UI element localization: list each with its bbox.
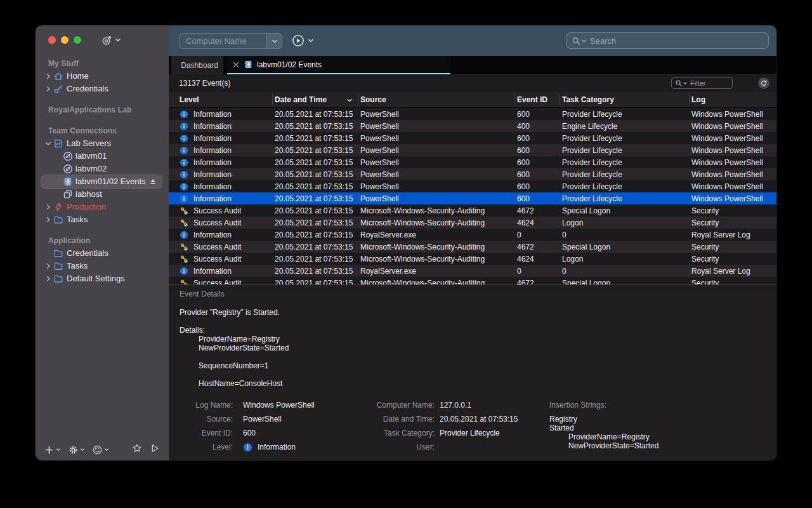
sidebar-section-team-connections: Team Connections — [36, 124, 169, 137]
settings-button[interactable] — [69, 445, 85, 455]
sidebar-item-tasks[interactable]: Tasks — [36, 213, 169, 226]
level-label: Success Audit — [193, 243, 241, 251]
table-row[interactable]: Success Audit20.05.2021 at 07:53:15Micro… — [169, 217, 776, 229]
sidebar-item-labvm01[interactable]: labvm01 — [36, 150, 169, 163]
folder-icon — [53, 261, 63, 271]
info-icon — [180, 158, 188, 167]
host-icon — [63, 189, 73, 199]
column-header-level[interactable]: Level — [169, 92, 272, 107]
table-row[interactable]: Information20.05.2021 at 07:53:15PowerSh… — [169, 180, 776, 192]
table-row[interactable]: Information20.05.2021 at 07:53:15PowerSh… — [169, 192, 776, 204]
table-row[interactable]: Information20.05.2021 at 07:53:15PowerSh… — [169, 144, 776, 156]
cell-log: Security — [689, 206, 776, 215]
sidebar-item-credentials[interactable]: Credentials — [36, 247, 169, 260]
sidebar-item-label: Credentials — [67, 83, 108, 95]
cell-date: 20.05.2021 at 07:53:15 — [272, 206, 358, 215]
cell-level: Information — [169, 146, 272, 155]
cell-event-id: 400 — [514, 122, 560, 131]
chevron-right-icon[interactable] — [44, 275, 52, 283]
chevron-right-icon[interactable] — [44, 72, 52, 80]
column-label: Source — [360, 95, 386, 104]
sidebar-item-labvm01-02-events[interactable]: labvm01/02 Events — [36, 175, 169, 188]
table-row[interactable]: Success Audit20.05.2021 at 07:53:15Micro… — [169, 204, 776, 217]
connect-menu-button[interactable] — [102, 35, 121, 46]
sidebar-item-labvm02[interactable]: labvm02 — [36, 163, 169, 175]
chevron-right-icon[interactable] — [44, 85, 52, 93]
settings-icon — [69, 445, 78, 455]
level-label: Information — [193, 146, 232, 155]
meta-label: Computer Name: — [333, 401, 435, 410]
chevron-down-icon[interactable] — [44, 140, 52, 147]
table-row[interactable]: Information20.05.2021 at 07:53:15RoyalSe… — [169, 265, 776, 277]
window-close-button[interactable] — [48, 36, 56, 44]
cell-source: Microsoft-Windows-Security-Auditing — [358, 255, 514, 264]
sync-button[interactable] — [93, 445, 109, 455]
cell-task-category: Provider Lifecycle — [560, 182, 689, 191]
eject-icon[interactable] — [148, 177, 157, 186]
chevron-down-icon — [104, 447, 109, 452]
search-input[interactable]: Search — [566, 32, 769, 49]
window-minimize-button[interactable] — [61, 36, 69, 44]
window-zoom-button[interactable] — [74, 36, 81, 44]
play-outline-icon — [150, 443, 160, 453]
column-label: Level — [180, 95, 199, 104]
sidebar-item-home[interactable]: Home — [36, 70, 169, 83]
tab-labvm01-02-events[interactable]: labvm01/02 Events — [227, 56, 450, 74]
meta-row-level: Level:Information — [180, 440, 315, 454]
sidebar-item-tasks[interactable]: Tasks — [36, 260, 169, 272]
column-header-date-and-time[interactable]: Date and Time — [272, 92, 358, 107]
cell-level: Success Audit — [169, 206, 272, 215]
table-row[interactable]: Information20.05.2021 at 07:53:15PowerSh… — [169, 120, 776, 132]
cell-level: Success Audit — [169, 255, 272, 264]
combobox-dropdown-button[interactable] — [266, 34, 282, 48]
meta-value: PowerShell — [243, 415, 282, 424]
chevron-down-icon — [683, 81, 688, 86]
chevron-down-icon — [308, 37, 314, 44]
table-row[interactable]: Success Audit20.05.2021 at 07:53:15Micro… — [169, 241, 776, 253]
level-label: Success Audit — [193, 206, 241, 215]
table-row[interactable]: Success Audit20.05.2021 at 07:53:15Micro… — [169, 277, 776, 284]
connect-button[interactable] — [292, 34, 314, 47]
sidebar-item-default-settings[interactable]: Default Settings — [36, 272, 169, 285]
meta-value: Windows PowerShell — [243, 401, 315, 410]
meta-row-computer-name: Computer Name:127.0.0.1 — [333, 398, 518, 412]
filter-input[interactable]: Filter — [671, 77, 733, 89]
star-button[interactable] — [132, 443, 142, 456]
tab-bar: Dashboardlabvm01/02 Events — [169, 56, 776, 74]
meta-row-date-and-time: Date and Time:20.05.2021 at 07:53:15 — [333, 412, 518, 426]
level-label: Success Audit — [193, 218, 241, 227]
table-row[interactable]: Information20.05.2021 at 07:53:15PowerSh… — [169, 132, 776, 144]
chevron-right-icon[interactable] — [44, 262, 52, 270]
sidebar-item-labhost[interactable]: labhost — [36, 188, 169, 201]
add-button[interactable] — [44, 445, 61, 455]
play-outline-button[interactable] — [150, 443, 160, 456]
cell-level: Information — [169, 158, 272, 167]
refresh-button[interactable] — [758, 77, 769, 89]
tab-dashboard[interactable]: Dashboard — [171, 56, 223, 74]
chevron-down-icon — [115, 37, 121, 43]
home-icon — [53, 71, 63, 81]
chevron-right-icon[interactable] — [44, 216, 52, 224]
table-row[interactable]: Success Audit20.05.2021 at 07:53:15Micro… — [169, 253, 776, 265]
close-icon[interactable] — [232, 61, 240, 69]
column-header-event-id[interactable]: Event ID — [514, 92, 560, 107]
table-row[interactable]: Information20.05.2021 at 07:53:15RoyalSe… — [169, 229, 776, 241]
cell-task-category: Provider Lifecycle — [560, 194, 689, 203]
sidebar-section-my-stuff: My Stuff — [36, 57, 169, 70]
table-row[interactable]: Information20.05.2021 at 07:53:15PowerSh… — [169, 108, 776, 120]
sidebar-item-lab-servers[interactable]: Lab Servers — [36, 137, 169, 150]
column-header-log[interactable]: Log — [689, 92, 776, 107]
column-header-source[interactable]: Source — [358, 92, 514, 107]
meta-value-text: 20.05.2021 at 07:53:15 — [440, 415, 518, 424]
chevron-down-icon — [272, 38, 278, 44]
cell-date: 20.05.2021 at 07:53:15 — [272, 255, 358, 264]
table-row[interactable]: Information20.05.2021 at 07:53:15PowerSh… — [169, 168, 776, 180]
sidebar-item-production[interactable]: Production — [36, 201, 169, 213]
computer-name-combobox[interactable]: Computer Name — [179, 33, 282, 49]
table-row[interactable]: Information20.05.2021 at 07:53:15PowerSh… — [169, 156, 776, 168]
column-header-task-category[interactable]: Task Category — [560, 92, 689, 107]
events-table: Information20.05.2021 at 07:53:15PowerSh… — [169, 108, 776, 284]
chevron-right-icon[interactable] — [44, 203, 52, 211]
info-icon — [180, 134, 188, 143]
sidebar-item-credentials[interactable]: Credentials — [36, 83, 169, 95]
